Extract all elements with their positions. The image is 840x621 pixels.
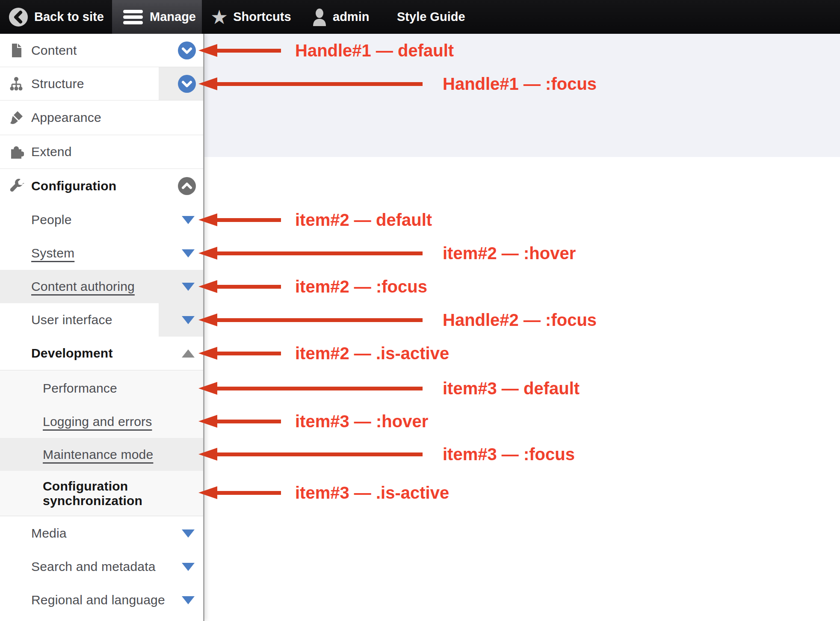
- annotation-label: item#2 — default: [295, 210, 432, 230]
- expand-triangle-down-icon[interactable]: [182, 529, 195, 538]
- menu-label: Regional and language: [31, 593, 165, 607]
- annotation-label: item#3 — .is-active: [295, 483, 449, 503]
- annotation-arrowhead: [198, 77, 217, 90]
- annotation-arrowhead: [198, 382, 217, 395]
- menu-label: People: [31, 213, 72, 227]
- annotation-arrowhead: [198, 44, 217, 57]
- sidebar-item-media[interactable]: Media: [0, 517, 203, 550]
- star-icon: ★: [210, 7, 228, 27]
- annotation-arrow: [216, 452, 423, 456]
- menu-label: Maintenance mode: [43, 447, 153, 462]
- shortcuts-label: Shortcuts: [233, 10, 291, 24]
- collapse-handle-chevron-up-icon[interactable]: [178, 177, 196, 195]
- menu-label: Content: [31, 43, 77, 58]
- back-arrow-icon: [9, 7, 28, 27]
- brush-icon: [9, 110, 24, 125]
- annotation-arrowhead: [198, 280, 217, 293]
- menu-label: Extend: [31, 145, 72, 159]
- sidebar-item-user-interface[interactable]: User interface: [0, 303, 203, 337]
- annotation-label: item#3 — :focus: [443, 445, 575, 464]
- menu-label: Media: [31, 526, 67, 541]
- annotation-label: Handle#1 — default: [295, 41, 454, 60]
- admin-toolbar: Back to site Manage ★ Shortcuts admin St…: [0, 0, 840, 34]
- menu-label: User interface: [31, 313, 112, 327]
- annotation-arrow: [216, 49, 281, 53]
- annotation-label: item#2 — :focus: [295, 277, 427, 296]
- annotation-label: item#2 — .is-active: [295, 344, 449, 363]
- back-to-site-label: Back to site: [34, 10, 104, 24]
- annotation-arrow: [216, 82, 423, 86]
- expand-handle-chevron-down-icon[interactable]: [178, 41, 196, 59]
- annotation-arrow: [216, 352, 281, 355]
- annotation-label: item#3 — :hover: [295, 412, 428, 431]
- file-icon: [9, 43, 24, 58]
- annotation-arrowhead: [198, 313, 217, 326]
- collapse-triangle-up-icon[interactable]: [182, 349, 195, 358]
- manage-tab[interactable]: Manage: [123, 0, 196, 34]
- admin-menu-tray: Content Structure: [0, 34, 204, 621]
- annotation-arrowhead: [198, 247, 217, 260]
- sidebar-item-maintenance-mode[interactable]: Maintenance mode: [0, 438, 203, 471]
- annotation-arrowhead: [198, 213, 217, 226]
- annotation-arrow: [216, 251, 423, 255]
- expand-handle-chevron-down-icon[interactable]: [178, 75, 196, 93]
- sidebar-item-configuration-synchronization[interactable]: Configuration synchronization: [0, 471, 203, 516]
- menu-label: Performance: [43, 381, 117, 396]
- annotation-arrow: [216, 218, 281, 222]
- menu-label: Content authoring: [31, 279, 135, 294]
- sidebar-item-configuration[interactable]: Configuration: [0, 169, 203, 203]
- sidebar-item-content-authoring[interactable]: Content authoring: [0, 270, 203, 303]
- annotation-arrow: [216, 285, 281, 289]
- annotation-arrow: [216, 491, 281, 495]
- expand-triangle-down-icon[interactable]: [182, 563, 195, 571]
- annotation-arrowhead: [198, 415, 217, 428]
- expand-triangle-down-icon[interactable]: [182, 283, 195, 291]
- annotation-label: item#3 — default: [443, 379, 580, 398]
- menu-label: System: [31, 246, 74, 260]
- sidebar-item-system[interactable]: System: [0, 237, 203, 270]
- expand-triangle-down-icon[interactable]: [182, 316, 195, 324]
- menu-label: Configuration synchronization: [43, 479, 167, 509]
- sidebar-item-people[interactable]: People: [0, 203, 203, 237]
- style-guide-link[interactable]: Style Guide: [397, 0, 465, 34]
- user-menu[interactable]: admin: [311, 0, 369, 34]
- sidebar-item-development[interactable]: Development: [0, 337, 203, 370]
- manage-label: Manage: [150, 10, 196, 24]
- hamburger-icon: [123, 10, 143, 24]
- annotation-label: Handle#1 — :focus: [443, 74, 597, 94]
- menu-label: Search and metadata: [31, 559, 156, 574]
- style-guide-label: Style Guide: [397, 10, 465, 24]
- annotation-arrow: [216, 420, 281, 423]
- annotation-arrowhead: [198, 448, 217, 461]
- menu-label: Appearance: [31, 110, 101, 125]
- shortcuts-button[interactable]: ★ Shortcuts: [210, 0, 291, 34]
- screen: Back to site Manage ★ Shortcuts admin St…: [0, 0, 840, 621]
- sidebar-item-structure[interactable]: Structure: [0, 67, 203, 101]
- wrench-icon: [9, 178, 24, 194]
- expand-triangle-down-icon[interactable]: [182, 249, 195, 257]
- menu-label: Development: [31, 346, 113, 361]
- sidebar-item-performance[interactable]: Performance: [0, 372, 203, 405]
- sidebar-item-extend[interactable]: Extend: [0, 135, 203, 169]
- annotation-arrowhead: [198, 347, 217, 360]
- user-icon: [311, 8, 328, 26]
- annotation-arrow: [216, 387, 423, 390]
- menu-label: Structure: [31, 77, 84, 91]
- menu-label: Configuration: [31, 179, 116, 193]
- annotation-label: Handle#2 — :focus: [443, 310, 597, 330]
- sidebar-item-content[interactable]: Content: [0, 34, 203, 67]
- sidebar-item-logging-and-errors[interactable]: Logging and errors: [0, 405, 203, 438]
- sitemap-icon: [9, 76, 24, 92]
- annotation-label: item#2 — :hover: [443, 244, 576, 263]
- sidebar-item-search-and-metadata[interactable]: Search and metadata: [0, 550, 203, 583]
- username-label: admin: [333, 10, 369, 24]
- sidebar-item-appearance[interactable]: Appearance: [0, 101, 203, 135]
- menu-label: Logging and errors: [43, 414, 152, 429]
- annotation-arrowhead: [198, 486, 217, 499]
- expand-triangle-down-icon[interactable]: [182, 216, 195, 224]
- expand-triangle-down-icon[interactable]: [182, 596, 195, 604]
- sidebar-item-regional-and-language[interactable]: Regional and language: [0, 583, 203, 617]
- annotation-arrow: [216, 318, 423, 322]
- puzzle-icon: [9, 144, 24, 160]
- back-to-site-button[interactable]: Back to site: [9, 0, 104, 34]
